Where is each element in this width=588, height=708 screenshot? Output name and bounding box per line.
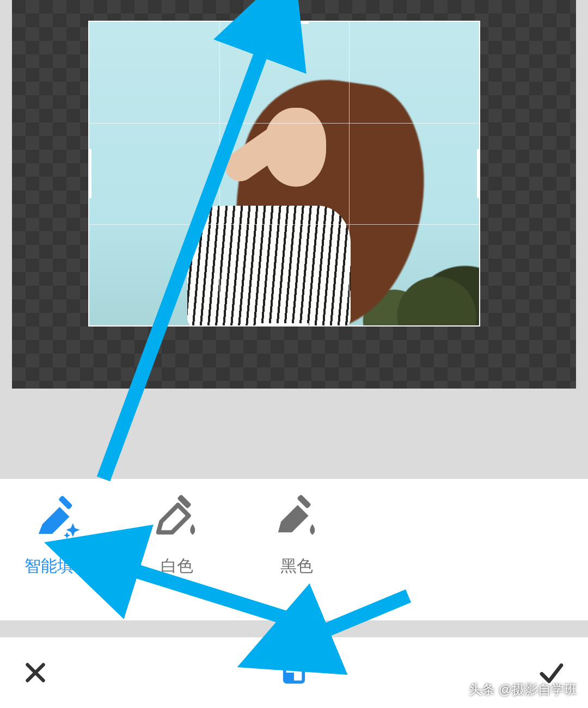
paint-sparkle-icon	[33, 490, 82, 539]
paint-drop-icon	[152, 490, 201, 539]
crop-expand-icon	[281, 660, 307, 685]
grid-line	[349, 22, 350, 325]
photo-subject	[171, 42, 394, 325]
fill-option-smart[interactable]: 智能填色	[16, 490, 98, 577]
fill-option-black[interactable]: 黑色	[256, 490, 338, 577]
fill-options-row: 智能填色 白色 黑色	[0, 479, 588, 620]
watermark-text: 头条 @摄影自学班	[469, 681, 577, 698]
svg-marker-2	[64, 532, 71, 539]
fill-option-label: 智能填色	[24, 555, 90, 577]
grid-line	[219, 22, 220, 325]
svg-rect-6	[285, 673, 294, 682]
grid-line	[89, 123, 479, 124]
svg-rect-0	[58, 495, 73, 510]
crop-handle-bottom[interactable]	[260, 323, 309, 327]
close-icon	[22, 659, 49, 686]
crop-handle-right[interactable]	[477, 149, 480, 198]
editor-canvas[interactable]	[12, 0, 576, 389]
crop-handle-left[interactable]	[88, 149, 91, 198]
crop-handle-top[interactable]	[260, 21, 309, 24]
fill-option-label: 黑色	[280, 555, 313, 577]
expand-canvas-button[interactable]	[281, 660, 307, 685]
paint-drop-icon	[272, 490, 321, 539]
grid-line	[89, 224, 479, 225]
fill-option-label: 白色	[161, 555, 193, 577]
cancel-button[interactable]	[22, 659, 49, 686]
crop-frame[interactable]	[88, 21, 480, 327]
fill-option-white[interactable]: 白色	[136, 490, 218, 577]
